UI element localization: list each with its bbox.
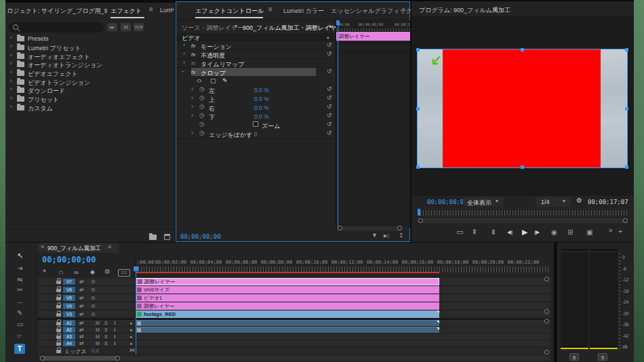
track-target-v6[interactable]: V6 bbox=[63, 287, 75, 293]
type-tool[interactable]: T bbox=[14, 344, 25, 354]
chevron-right-icon[interactable]: › bbox=[10, 43, 12, 49]
tab-overflow-icon[interactable]: » bbox=[401, 5, 405, 13]
scrollbar-handle[interactable] bbox=[338, 226, 342, 230]
chevron-right-icon[interactable]: › bbox=[10, 78, 12, 84]
reset-icon[interactable]: ↺ bbox=[327, 130, 332, 136]
ec-playhead-line[interactable] bbox=[338, 20, 338, 228]
clip-v3-footage-red[interactable]: footage_RED bbox=[136, 310, 439, 318]
transform-handle[interactable] bbox=[521, 165, 524, 169]
panel-menu-icon[interactable]: ≡ bbox=[268, 6, 273, 13]
mute-button[interactable]: M bbox=[96, 341, 100, 346]
ripple-edit-tool[interactable]: ⇋ bbox=[17, 277, 22, 283]
clip-v7-adjustment[interactable]: 調整レイヤー bbox=[136, 278, 439, 285]
lock-icon[interactable] bbox=[56, 289, 61, 292]
param-row-crop-bottom[interactable]: › ◷ 下 0.0 % ↺ bbox=[176, 112, 336, 121]
track-target-a2[interactable]: A2 bbox=[63, 327, 75, 333]
chevron-right-icon[interactable]: › bbox=[10, 60, 12, 66]
track-output-eye-icon[interactable]: ⊙ bbox=[91, 287, 96, 293]
captions-icon[interactable]: CC bbox=[118, 269, 130, 277]
add-button-icon[interactable]: + bbox=[618, 228, 622, 235]
track-output-eye-icon[interactable]: ⊙ bbox=[91, 296, 96, 301]
clip-v5-video1[interactable]: ビデオ1 bbox=[136, 294, 439, 302]
scrollbar-handle[interactable] bbox=[397, 226, 402, 230]
linked-selection-icon[interactable]: ∞ bbox=[74, 269, 79, 276]
folder-row[interactable]: ›プリセット bbox=[5, 94, 175, 103]
param-row-crop-zoom[interactable]: ◷ ズーム ↺ bbox=[176, 121, 336, 129]
param-value[interactable]: 0.0 % bbox=[254, 104, 269, 111]
step-forward-icon[interactable]: |▶ bbox=[534, 230, 540, 235]
tab-project[interactable]: ロジェクト: サイリング_ブログ用_900 bbox=[7, 7, 107, 16]
filter-icon[interactable]: ▼ bbox=[371, 233, 378, 239]
tab-effect-controls[interactable]: エフェクトコントロール bbox=[195, 7, 264, 16]
lift-icon[interactable]: ⇞ bbox=[471, 228, 477, 236]
solo-button[interactable]: S bbox=[104, 341, 108, 346]
speaker-icon[interactable]: ◂ bbox=[129, 327, 132, 332]
panel-menu-icon[interactable]: ≡ bbox=[149, 6, 153, 13]
button-overflow-icon[interactable]: » bbox=[609, 227, 613, 234]
mask-pen-icon[interactable]: ✎ bbox=[222, 77, 228, 84]
track-output-eye-icon[interactable]: ⊙ bbox=[91, 312, 96, 317]
nest-as-sequence-icon[interactable]: * bbox=[43, 268, 46, 277]
section-video-header[interactable]: ビデオ ▴ bbox=[176, 33, 336, 41]
stopwatch-icon[interactable]: ◷ bbox=[199, 104, 205, 110]
play-around-icon[interactable]: ▶) bbox=[384, 233, 389, 238]
lock-icon[interactable] bbox=[56, 336, 61, 339]
chevron-right-icon[interactable]: › bbox=[10, 104, 12, 110]
32bit-badge[interactable]: 32 bbox=[121, 23, 131, 31]
mic-icon[interactable]: ¡ bbox=[114, 327, 116, 332]
razor-tool[interactable]: ✂ bbox=[17, 287, 22, 294]
chevron-right-icon[interactable]: › bbox=[10, 95, 12, 101]
ec-timeline-region[interactable]: 00;00 00;00;08;00 00;00;1 調整レイヤー bbox=[336, 20, 410, 228]
rectangle-tool[interactable]: ▭ bbox=[17, 321, 23, 328]
track-select-forward-tool[interactable]: ⇥ bbox=[17, 265, 22, 272]
lock-icon[interactable] bbox=[56, 305, 61, 308]
chevron-right-icon[interactable]: › bbox=[10, 86, 12, 92]
chevron-right-icon[interactable]: › bbox=[183, 60, 185, 66]
ec-timecode[interactable]: 00;00;00;00 bbox=[180, 233, 221, 240]
chevron-right-icon[interactable]: › bbox=[191, 86, 193, 92]
solo-button[interactable]: S bbox=[104, 334, 108, 339]
selection-tool-icon[interactable]: ↖ bbox=[17, 252, 23, 260]
reset-icon[interactable]: ↺ bbox=[327, 95, 332, 101]
mix-end-icon[interactable]: ⋈ bbox=[129, 348, 135, 353]
mute-button[interactable]: M bbox=[96, 334, 100, 339]
extract-icon[interactable]: ⇟ bbox=[490, 228, 496, 236]
mask-rect-icon[interactable]: ▢ bbox=[210, 77, 216, 84]
folder-row[interactable]: ›オーディオトランジション bbox=[5, 60, 175, 68]
folder-row[interactable]: ›Lumetri プリセット bbox=[5, 43, 175, 52]
ec-mini-scrollbar[interactable] bbox=[337, 226, 402, 230]
close-icon[interactable]: × bbox=[41, 244, 44, 250]
track-target-v5[interactable]: V5 bbox=[63, 295, 75, 301]
solo-left-button[interactable]: S bbox=[569, 353, 579, 361]
mute-button[interactable]: M bbox=[96, 321, 100, 325]
play-button[interactable]: ▶ bbox=[522, 228, 527, 236]
track-target-v4[interactable]: V4 bbox=[63, 303, 75, 309]
collapse-icon[interactable]: ▴ bbox=[327, 35, 329, 39]
mute-button[interactable]: M bbox=[96, 327, 100, 332]
timeline-h-scroll-thumb[interactable] bbox=[40, 356, 120, 361]
hand-tool[interactable]: ☞ bbox=[16, 333, 22, 340]
timeline-playhead-head[interactable] bbox=[134, 266, 138, 271]
param-row-crop-top[interactable]: › ◷ 上 0.0 % ↺ bbox=[176, 94, 336, 103]
sync-lock-icon[interactable]: ⇄ bbox=[79, 327, 84, 333]
track-target-a3[interactable]: A3 bbox=[63, 334, 75, 340]
ec-mini-ruler[interactable] bbox=[336, 28, 410, 31]
transform-handle[interactable] bbox=[625, 48, 628, 52]
stopwatch-icon[interactable]: ◷ bbox=[199, 95, 205, 101]
param-value[interactable]: 0.0 % bbox=[254, 87, 269, 94]
panel-menu-icon[interactable]: ≡ bbox=[108, 244, 111, 250]
insert-icon[interactable]: ⊞ bbox=[567, 229, 573, 236]
program-scrollbar[interactable] bbox=[418, 218, 628, 223]
chevron-right-icon[interactable]: › bbox=[191, 130, 193, 136]
mic-icon[interactable]: ¡ bbox=[114, 320, 116, 325]
transform-handle[interactable] bbox=[625, 165, 628, 169]
mask-ellipse-icon[interactable]: ○ bbox=[197, 77, 202, 84]
chevron-right-icon[interactable]: › bbox=[10, 35, 12, 41]
timeline-playhead-line[interactable] bbox=[136, 266, 136, 355]
lock-icon[interactable] bbox=[56, 350, 61, 353]
scrollbar-handle[interactable] bbox=[623, 218, 628, 223]
play-clip-icon[interactable]: ▸ bbox=[329, 24, 332, 29]
reset-icon[interactable]: ↺ bbox=[327, 104, 332, 110]
lock-icon[interactable] bbox=[56, 322, 61, 325]
comparison-view-icon[interactable]: ▣ bbox=[586, 229, 592, 236]
